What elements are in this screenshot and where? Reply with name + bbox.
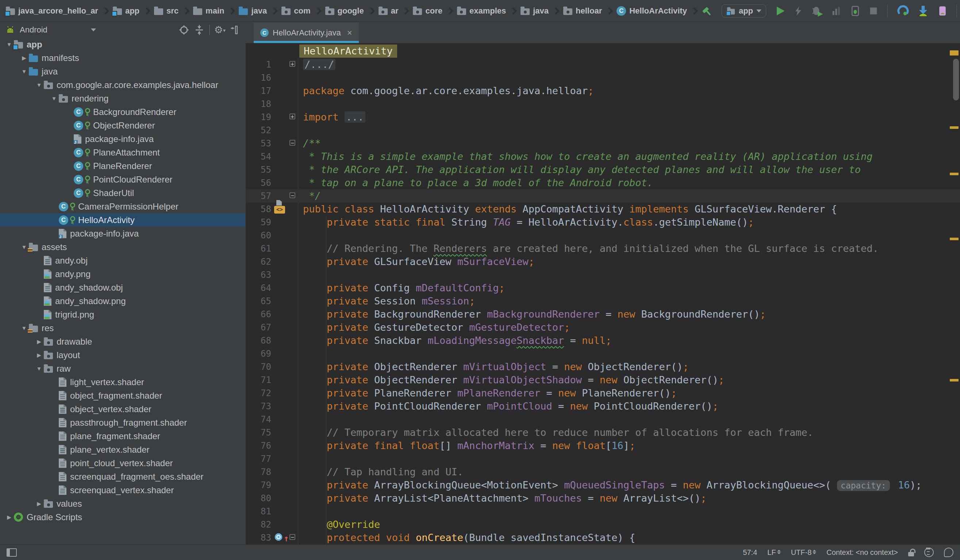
line-number[interactable]: 65	[246, 294, 271, 308]
line-number[interactable]: 16	[246, 71, 271, 84]
line-number[interactable]: 74	[246, 413, 271, 426]
stripe-warning-mark[interactable]	[950, 50, 958, 56]
tree-item-andy-png[interactable]: andy.png	[0, 267, 245, 281]
collapse-all-icon[interactable]	[194, 24, 205, 35]
breadcrumb-item-com[interactable]: com	[282, 6, 310, 16]
code-line-81[interactable]: 81	[246, 505, 960, 518]
line-number[interactable]: 52	[246, 124, 271, 137]
tree-item-planeattachment[interactable]: CPlaneAttachment	[0, 146, 245, 159]
code-viewport[interactable]: 1+/.../1617package com.google.ar.core.ex…	[246, 58, 960, 544]
expand-arrow-icon[interactable]: ▶	[4, 514, 14, 521]
breadcrumb-item-helloar[interactable]: helloar	[563, 6, 602, 16]
tree-item-package-info-java[interactable]: package-info.java	[0, 132, 245, 146]
code-line-73[interactable]: 73 private PointCloudRenderer mPointClou…	[246, 400, 960, 413]
line-number[interactable]: 61	[246, 242, 271, 255]
line-number[interactable]: 79	[246, 478, 271, 492]
code-line-52[interactable]: 52	[246, 124, 960, 137]
line-number[interactable]: 54	[246, 150, 271, 163]
code-line-72[interactable]: 72 private PlaneRenderer mPlaneRenderer …	[246, 387, 960, 400]
tree-item-gradle-scripts[interactable]: ▶Gradle Scripts	[0, 510, 245, 524]
line-number[interactable]: 60	[246, 229, 271, 242]
line-number[interactable]: 72	[246, 387, 271, 400]
line-number[interactable]: 69	[246, 347, 271, 360]
tree-item-planerenderer[interactable]: CPlaneRenderer	[0, 159, 245, 173]
stripe-warning-mark[interactable]	[950, 126, 958, 129]
profile-icon[interactable]	[831, 5, 842, 17]
code-line-17[interactable]: 17package com.google.ar.core.examples.ja…	[246, 84, 960, 98]
tree-item-layout[interactable]: ▶layout	[0, 348, 245, 362]
code-line-69[interactable]: 69	[246, 347, 960, 360]
line-number[interactable]: 56	[246, 176, 271, 189]
tree-item-andy-shadow-png[interactable]: andy_shadow.png	[0, 294, 245, 308]
tree-item-andy-obj[interactable]: andy.obj	[0, 254, 245, 267]
tree-item-plane-fragment-shader[interactable]: plane_fragment.shader	[0, 429, 245, 443]
code-line-76[interactable]: 76 private final float[] mAnchorMatrix =…	[246, 439, 960, 452]
device-manager-icon[interactable]	[937, 5, 948, 17]
tree-item-app[interactable]: ▼app	[0, 38, 245, 51]
tree-item-rendering[interactable]: ▼rendering	[0, 92, 245, 105]
line-number[interactable]: 63	[246, 268, 271, 282]
breadcrumb-item-HelloArActivity[interactable]: CHelloArActivity	[616, 6, 687, 16]
code-line-70[interactable]: 70 private ObjectRenderer mVirtualObject…	[246, 360, 960, 373]
tree-item-objectrenderer[interactable]: CObjectRenderer	[0, 118, 245, 132]
code-line-57[interactable]: 57− */	[246, 189, 960, 203]
lock-open-icon[interactable]	[908, 552, 914, 556]
code-line-65[interactable]: 65 private Session mSession;	[246, 294, 960, 308]
code-line-54[interactable]: 54 * This is a simple example that shows…	[246, 150, 960, 163]
tree-item-camerapermissionhelper[interactable]: CCameraPermissionHelper	[0, 200, 245, 213]
code-line-66[interactable]: 66 private BackgroundRenderer mBackgroun…	[246, 308, 960, 321]
expand-arrow-icon[interactable]: ▶	[19, 55, 29, 61]
line-number[interactable]: 64	[246, 282, 271, 294]
line-number[interactable]: 80	[246, 492, 271, 505]
line-number[interactable]: 59	[246, 216, 271, 229]
line-number[interactable]: 66	[246, 308, 271, 321]
attach-debugger-icon[interactable]	[850, 5, 861, 17]
sdk-manager-icon[interactable]	[917, 5, 930, 17]
tree-item-trigrid-png[interactable]: trigrid.png	[0, 308, 245, 321]
breadcrumb-item-java[interactable]: java	[239, 6, 267, 16]
tree-item-shaderutil[interactable]: CShaderUtil	[0, 186, 245, 200]
tree-item-object-vertex-shader[interactable]: object_vertex.shader	[0, 402, 245, 416]
tree-item-object-fragment-shader[interactable]: object_fragment.shader	[0, 389, 245, 402]
line-number[interactable]: 58	[246, 203, 271, 216]
tree-item-passthrough-fragment-shader[interactable]: passthrough_fragment.shader	[0, 416, 245, 429]
fold-expand-icon[interactable]: +	[290, 61, 295, 67]
tab-helloaractivity[interactable]: C HelloArActivity.java ×	[254, 22, 359, 43]
stop-icon[interactable]	[868, 6, 878, 16]
fold-expand-icon[interactable]: +	[290, 114, 295, 119]
code-line-82[interactable]: 82 @Override	[246, 518, 960, 531]
tree-item-screenquad-vertex-shader[interactable]: screenquad_vertex.shader	[0, 483, 245, 497]
code-line-59[interactable]: 59 private static final String TAG = Hel…	[246, 216, 960, 229]
code-line-75[interactable]: 75 // Temporary matrix allocated here to…	[246, 426, 960, 439]
line-number[interactable]: 62	[246, 255, 271, 268]
breadcrumb-item-java[interactable]: java	[520, 6, 549, 16]
collapse-arrow-icon[interactable]: ▼	[34, 365, 44, 372]
stripe-warning-mark[interactable]	[950, 173, 958, 175]
stripe-warning-mark[interactable]	[950, 379, 958, 381]
hide-panel-icon[interactable]	[230, 25, 240, 35]
project-view-selector[interactable]: Android	[20, 25, 48, 35]
tree-item-drawable[interactable]: ▶drawable	[0, 335, 245, 348]
tree-item-plane-vertex-shader[interactable]: plane_vertex.shader	[0, 443, 245, 456]
highlighting-level-icon[interactable]	[924, 547, 934, 557]
editor-scrollbar-thumb[interactable]	[953, 59, 959, 101]
tree-item-raw[interactable]: ▼raw	[0, 362, 245, 375]
line-number[interactable]: 75	[246, 426, 271, 439]
close-tab-icon[interactable]: ×	[347, 28, 352, 38]
build-hammer-icon[interactable]	[702, 5, 714, 17]
line-number[interactable]: 83	[246, 531, 271, 544]
code-line-83[interactable]: 83−↑ protected void onCreate(Bundle save…	[246, 531, 960, 544]
breadcrumb-item-app[interactable]: app	[113, 6, 139, 16]
tree-item-assets[interactable]: ▼assets	[0, 240, 245, 254]
tree-item-light-vertex-shader[interactable]: light_vertex.shader	[0, 375, 245, 389]
line-number[interactable]: 55	[246, 163, 271, 176]
breadcrumb-item-main[interactable]: main	[193, 6, 224, 16]
line-number[interactable]: 71	[246, 373, 271, 387]
line-separator-widget[interactable]: LF	[767, 548, 781, 557]
expand-arrow-icon[interactable]: ▶	[34, 501, 44, 507]
stripe-warning-mark[interactable]	[950, 238, 958, 240]
debug-icon[interactable]	[811, 5, 824, 17]
code-line-78[interactable]: 78 // Tap handling and UI.	[246, 466, 960, 478]
tree-item-pointcloudrenderer[interactable]: CPointCloudRenderer	[0, 173, 245, 186]
code-line-55[interactable]: 55 * the ARCore API. The application wil…	[246, 163, 960, 176]
